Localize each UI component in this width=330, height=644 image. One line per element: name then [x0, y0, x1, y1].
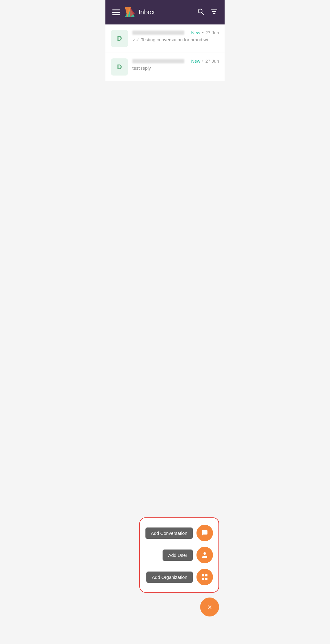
- header-left: Inbox: [112, 7, 155, 18]
- page-title: Inbox: [138, 8, 155, 16]
- svg-line-4: [202, 13, 204, 15]
- contact-name-blurred: [132, 59, 184, 63]
- conversation-meta: New • 27 Jun: [191, 58, 219, 64]
- app-header: Inbox: [105, 0, 225, 24]
- filter-icon[interactable]: [211, 8, 218, 17]
- conversation-list: D New • 27 Jun ✓✓ Testing conversation f…: [105, 24, 225, 81]
- search-icon[interactable]: [197, 8, 204, 17]
- app-logo: [124, 7, 135, 18]
- avatar: D: [111, 30, 128, 47]
- header-right: [197, 8, 218, 17]
- separator: •: [202, 30, 204, 35]
- status-badge: New: [191, 30, 200, 35]
- list-item[interactable]: D New • 27 Jun ✓✓ Testing conversation f…: [105, 24, 225, 53]
- conversation-date: 27 Jun: [205, 30, 219, 35]
- conversation-content: New • 27 Jun test reply: [132, 58, 219, 71]
- contact-name-blurred: [132, 31, 184, 35]
- conversation-meta: New • 27 Jun: [191, 30, 219, 35]
- conversation-preview: ✓✓ Testing conversation for brand wi...: [132, 37, 219, 42]
- conversation-header: New • 27 Jun: [132, 30, 219, 35]
- status-badge: New: [191, 58, 200, 64]
- conversation-preview: test reply: [132, 65, 219, 71]
- conversation-date: 27 Jun: [205, 58, 219, 64]
- separator: •: [202, 59, 204, 63]
- logo-container: Inbox: [124, 7, 155, 18]
- list-item[interactable]: D New • 27 Jun test reply: [105, 53, 225, 81]
- conversation-content: New • 27 Jun ✓✓ Testing conversation for…: [132, 30, 219, 42]
- conversation-header: New • 27 Jun: [132, 58, 219, 64]
- menu-icon[interactable]: [112, 9, 120, 15]
- avatar: D: [111, 58, 128, 76]
- read-receipt-icon: ✓✓: [132, 37, 140, 42]
